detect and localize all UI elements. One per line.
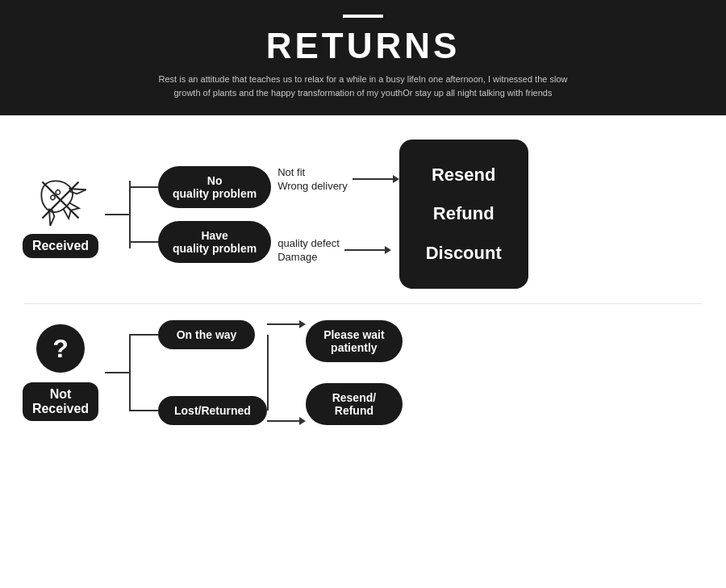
main-content: Received No quality problem xyxy=(0,115,726,449)
received-icon-box: Received xyxy=(24,171,97,258)
main-h-line-2 xyxy=(105,372,129,373)
on-the-way-pill: On the way xyxy=(158,320,255,349)
resend-refund-pill: Resend/ Refund xyxy=(306,383,403,425)
header-accent-line xyxy=(343,15,383,18)
not-received-flow: On the way Lost/Returned xyxy=(105,320,702,425)
not-received-icon-box: ? Not Received xyxy=(24,324,97,421)
stub-1 xyxy=(129,186,158,188)
main-h-line-1 xyxy=(105,214,129,215)
received-label: Received xyxy=(23,234,98,258)
branch-bracket-received: No quality problem Have quality problem xyxy=(129,166,271,263)
branch1-not-received: On the way xyxy=(129,320,267,349)
lost-returned-pill: Lost/Returned xyxy=(158,396,267,425)
section-divider xyxy=(24,303,702,304)
not-received-right: Please wait patiently Resend/ Refund xyxy=(267,320,403,425)
damage-label: Damage xyxy=(277,251,317,263)
branch1-received: No quality problem xyxy=(129,166,271,208)
received-section: Received No quality problem xyxy=(24,131,702,297)
arrow2 xyxy=(344,246,391,254)
not-received-results: Please wait patiently Resend/ Refund xyxy=(306,320,403,425)
wrong-delivery-label: Wrong delivery xyxy=(277,180,347,192)
mid-top-labels: Not fit Wrong delivery xyxy=(277,166,398,192)
question-icon: ? xyxy=(36,324,85,373)
page-title: RETURNS xyxy=(16,26,710,66)
refund-label: Refund xyxy=(424,194,504,233)
header-subtitle: Rest is an attitude that teaches us to r… xyxy=(16,73,710,99)
v-bar-right xyxy=(267,335,269,411)
no-quality-pill: No quality problem xyxy=(158,166,271,208)
v-bar-received xyxy=(129,181,131,248)
stub-4 xyxy=(129,410,158,411)
please-wait-pill: Please wait patiently xyxy=(306,320,403,362)
branch-bracket-not-received: On the way Lost/Returned xyxy=(129,320,267,425)
not-fit-label: Not fit xyxy=(277,166,305,178)
page-header: RETURNS Rest is an attitude that teaches… xyxy=(0,0,726,115)
plane-icon xyxy=(31,171,90,229)
quality-defect-label: quality defect xyxy=(277,237,340,249)
right-arrow-bottom xyxy=(267,417,306,425)
not-received-section: ? Not Received On the way Los xyxy=(24,312,702,433)
have-quality-pill: Have quality problem xyxy=(158,221,271,263)
resend-label: Resend xyxy=(424,156,504,194)
received-flow: No quality problem Have quality problem … xyxy=(105,140,702,289)
stub-2 xyxy=(129,241,158,243)
branch2-not-received: Lost/Returned xyxy=(129,396,267,425)
v-bar-not-received xyxy=(129,335,131,411)
received-result-box: Resend Refund Discount xyxy=(399,140,528,289)
mid-labels-received: Not fit Wrong delivery quality defect Da… xyxy=(277,166,398,263)
mid-bottom-labels: quality defect Damage xyxy=(277,237,398,263)
right-arrow-top xyxy=(267,320,306,328)
not-received-label: Not Received xyxy=(23,382,98,421)
discount-label: Discount xyxy=(424,234,504,273)
branch2-received: Have quality problem xyxy=(129,221,271,263)
stub-3 xyxy=(129,334,158,336)
arrow1 xyxy=(353,175,399,183)
